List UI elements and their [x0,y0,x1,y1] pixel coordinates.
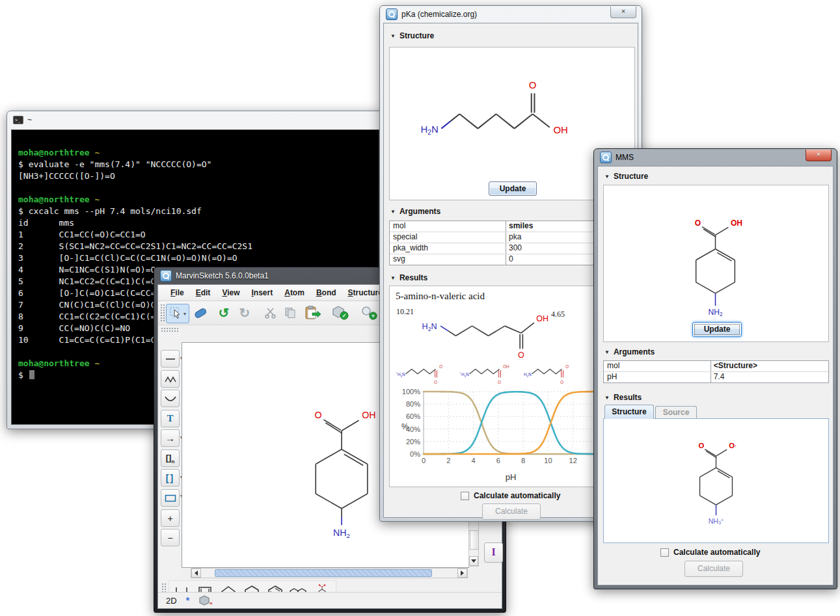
svg-text:+: + [372,313,375,319]
svg-text:80%: 80% [406,400,420,408]
pka-structure-header[interactable]: ▼ Structure [390,31,434,40]
oh-label: OH [503,364,509,369]
menu-view[interactable]: View [216,286,245,299]
text-tool-button[interactable]: T [161,410,180,427]
menu-atom[interactable]: Atom [278,286,310,299]
mms-calc-auto-row: Calculate automatically [660,548,760,557]
mms-results-header-label: Results [614,393,642,402]
insert-panel-button[interactable]: I [484,542,503,563]
carboxylate-o-minus-label: O- [729,442,737,449]
mms-update-button[interactable]: Update [692,322,742,337]
increase-charge-button[interactable]: + [161,509,180,527]
collapse-arrow-icon: ▼ [390,275,396,281]
carbonyl-o-label: O [314,410,321,420]
menu-bond[interactable]: Bond [310,286,342,299]
pka-calc-auto-row: Calculate automatically [461,491,560,500]
undo-button[interactable]: ↺ [214,304,234,322]
mms-arguments-header[interactable]: ▼ Arguments [604,347,655,356]
mms-result-molecule: O O- NH3+ [679,435,753,526]
h2n-label: H2N [422,322,437,332]
paste-button[interactable] [301,304,323,322]
pka-titlebar[interactable]: pKa (chemicalize.org) [380,6,642,23]
pka-results-header-label: Results [400,273,427,282]
eraser-button[interactable] [191,304,210,322]
pka-calculate-button[interactable]: Calculate [482,503,541,520]
select-dropdown-caret[interactable]: ▾ [183,311,186,317]
left-toolbar-drag-handle[interactable] [161,327,179,332]
canvas-hscrollbar[interactable] [191,568,468,578]
scroll-left-icon [195,570,198,576]
mms-arguments-table[interactable]: mol<Structure> pH7.4 [603,360,829,383]
check-structure-button[interactable]: ✓ [329,304,352,322]
carbonyl-o-label: O [695,219,701,228]
mms-results-header[interactable]: ▼ Results [604,393,642,402]
undo-icon: ↺ [219,305,230,321]
hscroll-left-button[interactable] [191,569,201,578]
select-rectangle-button[interactable]: ▾ [166,304,189,323]
pka-update-button[interactable]: Update [489,181,537,196]
hydroxyl-label: OH [536,314,549,323]
amine-label: NH2 [709,308,723,317]
hscrollbar-thumb[interactable] [215,569,432,577]
cut-button[interactable] [261,304,280,322]
table-row[interactable]: mol<Structure> [604,361,828,372]
reaction-arrow-tool-button[interactable]: → [161,429,180,447]
menu-file[interactable]: File [165,286,190,299]
svg-text:0: 0 [422,457,426,464]
repeating-group-tool-button[interactable]: []n [161,449,180,467]
marvin-statusbar: 2D * × [158,592,502,608]
hydroxyl-label: OH [362,410,375,420]
h2n-label: H2N [524,372,532,379]
mms-results-panel[interactable]: O O- NH3+ [603,418,829,543]
mms-window-icon [600,152,612,163]
decrease-charge-button[interactable]: − [161,529,180,546]
single-bond-tool-button[interactable] [161,350,180,368]
svg-text:✓: ✓ [342,313,347,319]
chain-tool-button[interactable] [161,370,180,388]
calculate-automatically-checkbox[interactable] [461,492,469,500]
select-rectangle-icon [169,306,183,321]
structure-checker-status-icon[interactable]: × [198,595,213,606]
pka-close-button[interactable]: × [610,7,636,18]
tab-source[interactable]: Source [655,406,697,419]
dimension-indicator[interactable]: 2D [166,596,177,606]
terminal-titlebar[interactable]: >_ ~ [7,111,383,128]
mms-window[interactable]: MMS × ▼ Structure [593,148,837,589]
toolbar-drag-handle[interactable] [160,304,165,322]
freehand-curve-icon [164,394,177,404]
hscroll-right-button[interactable] [457,569,467,578]
calculate-automatically-checkbox[interactable] [660,548,669,557]
amine-label: NH2 [333,528,350,539]
rectangle-tool-button[interactable] [161,489,180,507]
brackets-tool-button[interactable]: [] [161,469,180,487]
zoom-in-button[interactable]: + [357,304,381,322]
mms-structure-panel[interactable]: O OH NH2 Update [603,185,829,342]
redo-button[interactable]: ↻ [235,304,254,322]
calculate-automatically-label: Calculate automatically [474,491,560,500]
mms-close-button[interactable]: × [806,150,832,161]
mms-structure-header[interactable]: ▼ Structure [604,172,648,181]
o-minus-label: O- [565,363,570,369]
pka-arguments-header[interactable]: ▼ Arguments [390,207,440,216]
svg-text:12: 12 [569,457,577,464]
mms-structure-molecule: O OH NH2 [671,210,759,319]
chain-icon [164,374,177,384]
menu-edit[interactable]: Edit [190,286,217,299]
hydroxyl-label: OH [553,124,567,135]
menu-insert[interactable]: Insert [246,286,279,299]
plus-charge-icon: + [167,513,172,524]
tab-structure[interactable]: Structure [604,405,654,419]
vscrollbar-thumb[interactable] [470,530,479,550]
o-minus-label: O- [439,363,444,369]
redo-icon: ↻ [239,305,251,321]
table-row[interactable]: pH7.4 [604,372,828,382]
freehand-curve-tool-button[interactable] [161,390,180,407]
terminal-title: ~ [27,115,32,124]
carbonyl-o-label: O [529,79,537,90]
mms-titlebar[interactable]: MMS [594,149,837,166]
repeating-group-icon: []n [166,453,175,464]
vscroll-down-button[interactable] [469,556,478,566]
copy-button[interactable] [280,304,300,322]
mms-calculate-button[interactable]: Calculate [684,561,743,577]
pka-results-header[interactable]: ▼ Results [390,273,427,282]
